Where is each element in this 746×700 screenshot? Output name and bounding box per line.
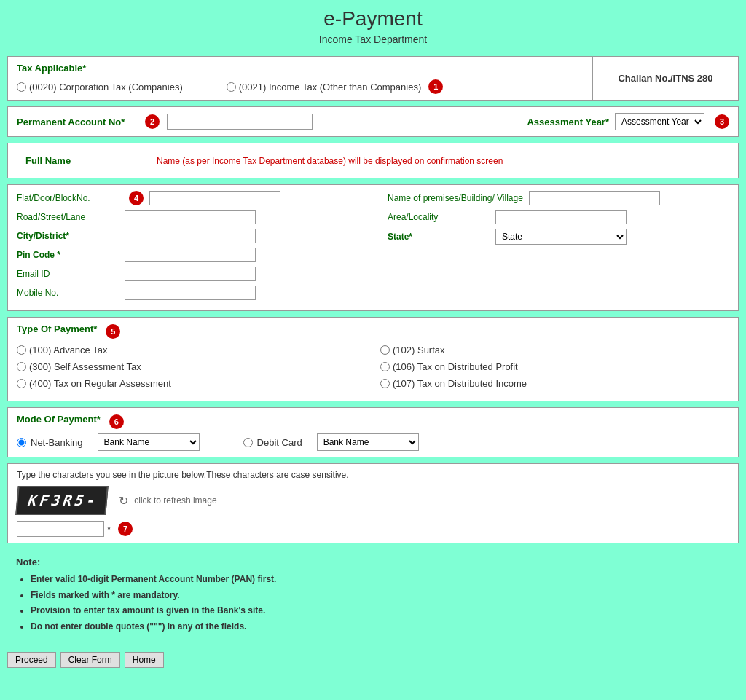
tax-applicable-section: Tax Applicable* (0020) Corporation Tax (…: [7, 56, 739, 101]
email-input[interactable]: [125, 267, 256, 281]
payment-option106-label: (106) Tax on Distributed Profit: [393, 361, 518, 372]
badge-3: 3: [715, 114, 729, 129]
payment-option100-label: (100) Advance Tax: [29, 345, 107, 355]
payment-option107-label: (107) Tax on Distributed Income: [393, 378, 527, 389]
payment-option102-radio[interactable]: [380, 345, 390, 355]
payment-option106-radio[interactable]: [380, 362, 390, 371]
badge-5: 5: [106, 324, 120, 339]
assessment-year-label: Assessment Year*: [527, 117, 609, 127]
road-input[interactable]: [125, 210, 256, 224]
captcha-image: KF3R5-: [15, 486, 109, 515]
captcha-note: Type the characters you see in the pictu…: [17, 470, 729, 480]
refresh-icon[interactable]: ↻: [119, 494, 128, 508]
notes-list: Enter valid 10-digit Permanent Account N…: [16, 572, 730, 634]
payment-type-label: Type Of Payment*: [17, 323, 97, 334]
bottom-buttons: Proceed Clear Form Home: [7, 649, 739, 671]
challan-number: Challan No./ITNS 280: [618, 73, 712, 84]
city-input[interactable]: [125, 229, 256, 243]
pin-input[interactable]: [125, 248, 256, 262]
home-button[interactable]: Home: [125, 652, 164, 668]
pan-assessment-section: Permanent Account No* 2 Assessment Year*…: [7, 106, 739, 137]
payment-option400-radio[interactable]: [17, 379, 26, 388]
email-label: Email ID: [17, 269, 119, 279]
payment-type-section: Type Of Payment* 5 (100) Advance Tax (30…: [7, 317, 739, 401]
fullname-label: Full Name: [25, 155, 142, 166]
badge-4: 4: [129, 191, 144, 205]
address-section: Flat/Door/BlockNo. 4 Road/Street/Lane Ci…: [7, 184, 739, 311]
flat-input[interactable]: [149, 191, 280, 205]
proceed-button[interactable]: Proceed: [7, 652, 56, 668]
payment-mode-label: Mode Of Payment*: [17, 414, 101, 425]
pan-label: Permanent Account No*: [17, 117, 133, 127]
net-banking-label: Net-Banking: [31, 437, 83, 448]
pin-label: Pin Code *: [17, 250, 119, 260]
captcha-input[interactable]: [17, 521, 104, 537]
notes-section: Note: Enter valid 10-digit Permanent Acc…: [7, 549, 739, 642]
debit-card-bank-select[interactable]: Bank Name: [317, 433, 419, 451]
premises-input[interactable]: [529, 191, 660, 205]
tax-applicable-label: Tax Applicable*: [17, 63, 584, 74]
clear-form-button[interactable]: Clear Form: [60, 652, 120, 668]
state-label: State*: [388, 232, 490, 242]
note-item-3: Provision to enter tax amount is given i…: [31, 603, 730, 619]
payment-option102-label: (102) Surtax: [393, 345, 445, 355]
debit-card-label: Debit Card: [257, 437, 302, 448]
pan-input[interactable]: [167, 114, 313, 130]
badge-7: 7: [118, 522, 133, 536]
net-banking-bank-select[interactable]: Bank Name: [98, 433, 200, 451]
assessment-year-select[interactable]: Assessment Year 2023-24 2022-23 2021-22 …: [615, 113, 704, 130]
area-input[interactable]: [495, 210, 627, 224]
captcha-section: Type the characters you see in the pictu…: [7, 463, 739, 543]
page-subtitle: Income Tax Department: [7, 34, 739, 45]
payment-option300-label: (300) Self Assessment Tax: [29, 361, 141, 372]
premises-label: Name of premises/Building/ Village: [388, 193, 523, 203]
payment-option400-label: (400) Tax on Regular Assessment: [29, 378, 171, 389]
note-item-4: Do not enter double quotes (""") in any …: [31, 619, 730, 635]
fullname-section: Full Name Name (as per Income Tax Depart…: [7, 143, 739, 178]
debit-card-radio[interactable]: [243, 438, 253, 447]
note-item-1: Enter valid 10-digit Permanent Account N…: [31, 572, 730, 588]
tax-option1-label: (0020) Corporation Tax (Companies): [29, 82, 183, 93]
city-label: City/District*: [17, 231, 119, 241]
payment-option107-radio[interactable]: [380, 379, 390, 388]
badge-1: 1: [428, 79, 443, 94]
fullname-note: Name (as per Income Tax Department datab…: [157, 156, 503, 166]
badge-6: 6: [109, 414, 124, 429]
flat-label: Flat/Door/BlockNo.: [17, 193, 119, 203]
state-select[interactable]: State: [495, 229, 627, 245]
page-title: e-Payment: [7, 7, 739, 31]
road-label: Road/Street/Lane: [17, 212, 119, 222]
payment-option300-radio[interactable]: [17, 362, 26, 371]
tax-option2-label: (0021) Income Tax (Other than Companies): [239, 82, 422, 93]
tax-option1-radio[interactable]: [17, 82, 26, 92]
tax-option2-radio[interactable]: [227, 82, 236, 92]
captcha-required-marker: *: [107, 524, 111, 535]
net-banking-radio[interactable]: [17, 438, 26, 447]
area-label: Area/Locality: [388, 212, 490, 222]
payment-option100-radio[interactable]: [17, 345, 26, 355]
refresh-label[interactable]: click to refresh image: [134, 495, 216, 506]
badge-2: 2: [145, 114, 160, 129]
note-item-2: Fields marked with * are mandatory.: [31, 588, 730, 604]
mobile-input[interactable]: [125, 286, 256, 300]
mobile-label: Mobile No.: [17, 288, 119, 298]
payment-mode-section: Mode Of Payment* 6 Net-Banking Bank Name…: [7, 407, 739, 457]
notes-title: Note:: [16, 557, 730, 567]
